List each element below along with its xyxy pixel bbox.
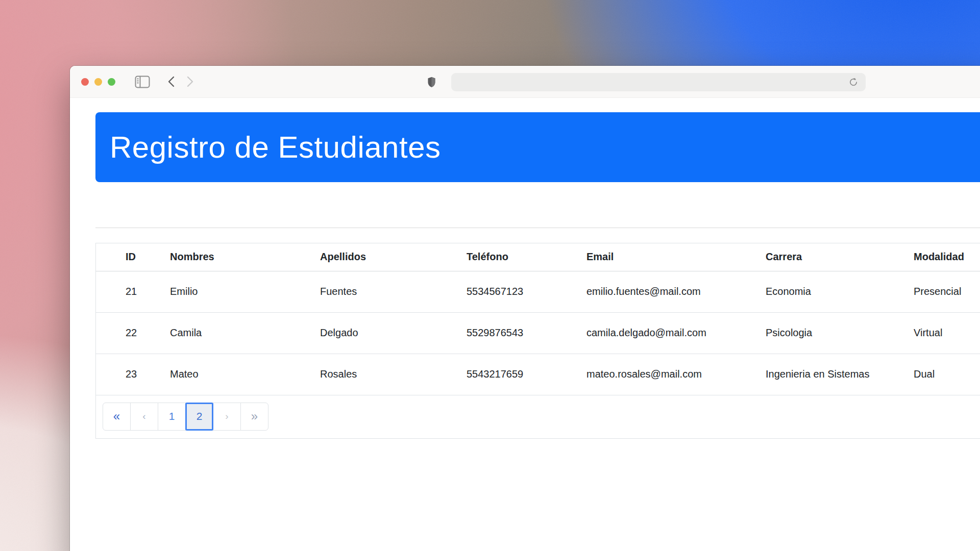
cell-apellidos: Fuentes <box>320 271 467 312</box>
back-button[interactable] <box>164 74 178 89</box>
cell-apellidos: Rosales <box>320 354 467 395</box>
page-title: Registro de Estudiantes <box>95 130 441 165</box>
prev-page-button[interactable]: ‹ <box>130 403 158 431</box>
browser-toolbar <box>70 66 980 98</box>
cell-carrera: Psicologia <box>766 312 914 354</box>
reload-icon <box>848 77 859 87</box>
students-table: ID Nombres Apellidos Teléfono Email Carr… <box>96 243 980 395</box>
cell-telefono: 5529876543 <box>467 312 586 354</box>
cell-email: camila.delgado@mail.com <box>586 312 766 354</box>
cell-apellidos: Delgado <box>320 312 467 354</box>
forward-button[interactable] <box>183 74 198 89</box>
cell-carrera: Economia <box>766 271 914 312</box>
column-header-modalidad: Modalidad <box>914 243 980 271</box>
cell-carrera: Ingenieria en Sistemas <box>766 354 914 395</box>
pagination-next[interactable]: › <box>213 403 241 431</box>
browser-window: Registro de Estudiantes ID Nombres Apell… <box>70 66 980 551</box>
cell-id: 22 <box>96 312 170 354</box>
last-page-button[interactable]: » <box>240 403 268 431</box>
privacy-shield-button[interactable] <box>426 76 436 88</box>
column-header-carrera: Carrera <box>766 243 914 271</box>
table-row: 22 Camila Delgado 5529876543 camila.delg… <box>96 312 980 354</box>
column-header-email: Email <box>586 243 766 271</box>
table-row: 21 Emilio Fuentes 5534567123 emilio.fuen… <box>96 271 980 312</box>
sidebar-toggle-icon <box>135 76 150 88</box>
page-2-button[interactable]: 2 <box>185 403 213 431</box>
column-header-apellidos: Apellidos <box>320 243 467 271</box>
cell-email: emilio.fuentes@mail.com <box>586 271 766 312</box>
page-header-banner: Registro de Estudiantes <box>95 112 980 182</box>
pagination-prev[interactable]: ‹ <box>130 403 158 431</box>
reload-button[interactable] <box>847 76 860 89</box>
pagination-last[interactable]: » <box>240 403 268 431</box>
table-row: 23 Mateo Rosales 5543217659 mateo.rosale… <box>96 354 980 395</box>
pagination-page-1[interactable]: 1 <box>158 403 186 431</box>
pagination: « ‹ 1 2 › » <box>103 403 268 431</box>
first-page-button[interactable]: « <box>103 403 131 431</box>
page-1-button[interactable]: 1 <box>158 403 186 431</box>
shield-icon <box>427 77 436 88</box>
pagination-page-2-active[interactable]: 2 <box>185 403 213 431</box>
column-header-nombres: Nombres <box>170 243 320 271</box>
cell-modalidad: Dual <box>914 354 980 395</box>
minimize-button[interactable] <box>94 78 102 86</box>
header-divider <box>95 228 980 228</box>
cell-nombres: Emilio <box>170 271 320 312</box>
zoom-button[interactable] <box>108 78 115 86</box>
cell-id: 23 <box>96 354 170 395</box>
back-icon <box>167 76 175 87</box>
cell-modalidad: Virtual <box>914 312 980 354</box>
column-header-id: ID <box>96 243 170 271</box>
cell-id: 21 <box>96 271 170 312</box>
cell-nombres: Camila <box>170 312 320 354</box>
students-table-container: ID Nombres Apellidos Teléfono Email Carr… <box>95 243 980 439</box>
web-page: Registro de Estudiantes ID Nombres Apell… <box>70 98 980 551</box>
forward-icon <box>187 76 194 87</box>
pagination-first[interactable]: « <box>103 403 131 431</box>
address-bar-input[interactable] <box>451 73 866 91</box>
next-page-button[interactable]: › <box>213 403 241 431</box>
cell-modalidad: Presencial <box>914 271 980 312</box>
cell-telefono: 5543217659 <box>467 354 586 395</box>
cell-nombres: Mateo <box>170 354 320 395</box>
table-header-row: ID Nombres Apellidos Teléfono Email Carr… <box>96 243 980 271</box>
close-button[interactable] <box>81 78 89 86</box>
column-header-telefono: Teléfono <box>467 243 586 271</box>
sidebar-toggle-button[interactable] <box>134 74 151 89</box>
cell-telefono: 5534567123 <box>467 271 586 312</box>
window-controls <box>81 78 115 86</box>
cell-email: mateo.rosales@mail.com <box>586 354 766 395</box>
